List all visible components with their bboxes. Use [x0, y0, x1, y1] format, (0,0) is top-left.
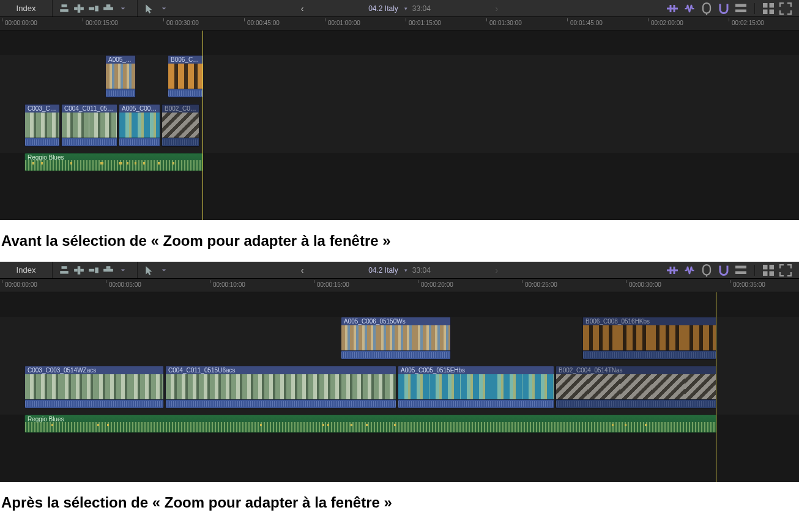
ruler-tick: 00:00:30:00 — [166, 20, 199, 26]
chevron-down-icon[interactable]: ▾ — [404, 6, 407, 12]
clip-label: A005_C005... — [119, 105, 160, 113]
timeline-history-forward-button[interactable]: › — [489, 265, 504, 275]
timeline-after: Index ‹ 04.2 Italy ▾ 33:04 › — [0, 262, 799, 482]
chevron-down-icon[interactable]: ▾ — [404, 267, 407, 273]
ruler-tick: 00:00:45:00 — [247, 20, 280, 26]
clip-waveform — [25, 160, 203, 171]
snapping-icon[interactable] — [716, 3, 731, 14]
chevron-down-icon[interactable] — [158, 265, 169, 276]
index-button[interactable]: Index — [0, 262, 53, 278]
clip-appearance-icon[interactable] — [761, 3, 776, 14]
tracks-area[interactable]: A005_...B006_C0... C003_C00...C004_C011_… — [0, 31, 799, 220]
video-clip[interactable]: C004_C011_0515U6acs — [165, 366, 396, 408]
video-clip[interactable]: C003_C003_0514WZacs — [24, 366, 164, 408]
audio-clip[interactable]: Reggio Blues — [24, 415, 717, 433]
ruler-tick: 00:01:15:00 — [409, 20, 441, 26]
ruler-tick: 00:00:00:00 — [5, 281, 37, 288]
playhead[interactable] — [203, 31, 203, 220]
appearance-tools — [659, 0, 799, 17]
edit-tools-group — [138, 0, 176, 17]
video-clip[interactable]: C003_C00... — [24, 104, 60, 147]
audio-lane: Reggio Blues — [24, 153, 799, 171]
tracks-area[interactable]: A005_C006_05150WsB006_C008_0516HKbs C003… — [0, 292, 799, 482]
fullscreen-icon[interactable] — [778, 265, 793, 276]
svg-rect-0 — [62, 4, 67, 7]
timeline-before: Index ‹ 04.2 Italy ▾ 33:04 › — [0, 0, 799, 220]
audio-skimming-icon[interactable] — [682, 3, 697, 14]
ruler-tick: 00:00:15:00 — [317, 281, 349, 288]
svg-rect-16 — [60, 271, 69, 274]
solo-icon[interactable] — [699, 265, 714, 276]
overwrite-clip-icon[interactable] — [103, 3, 114, 14]
index-button[interactable]: Index — [0, 0, 53, 17]
chevron-down-icon[interactable] — [117, 3, 128, 14]
clip-thumbnails — [62, 113, 117, 138]
timeline-history-back-button[interactable]: ‹ — [295, 265, 310, 275]
clip-waveform — [106, 89, 135, 97]
fullscreen-icon[interactable] — [778, 3, 793, 14]
svg-rect-12 — [770, 3, 775, 8]
video-clip[interactable]: A005_C005... — [119, 104, 160, 147]
svg-rect-15 — [62, 266, 67, 269]
lane-view-icon[interactable] — [734, 3, 748, 14]
clip-waveform — [119, 138, 160, 146]
index-label: Index — [17, 265, 36, 275]
video-clip[interactable]: B002_C004_0514TNas — [556, 366, 717, 408]
timeline-ruler[interactable]: 00:00:00:0000:00:15:0000:00:30:0000:00:4… — [0, 17, 799, 31]
overwrite-clip-icon[interactable] — [103, 265, 114, 276]
clip-waveform — [162, 138, 199, 146]
insert-clip-icon[interactable] — [73, 3, 84, 14]
clip-thumbnails — [583, 325, 716, 350]
clip-label: B002_C004_0514TNas — [556, 366, 716, 374]
separator — [754, 265, 755, 276]
playhead[interactable] — [716, 292, 716, 482]
clip-label: A005_C006_05150Ws — [341, 317, 450, 325]
ruler-tick: 00:01:45:00 — [570, 20, 603, 26]
clip-thumbnails — [119, 113, 160, 138]
lane-view-icon[interactable] — [734, 265, 748, 276]
append-clip-icon[interactable] — [88, 265, 99, 276]
project-name[interactable]: 04.2 Italy — [368, 4, 398, 13]
video-clip[interactable]: B006_C008_0516HKbs — [582, 317, 717, 360]
arrow-tool-icon[interactable] — [144, 265, 155, 276]
clip-waveform — [583, 350, 716, 359]
skimming-icon[interactable] — [665, 265, 680, 276]
svg-rect-7 — [103, 7, 113, 10]
clip-thumbnails — [168, 64, 203, 89]
insert-clip-icon[interactable] — [73, 265, 84, 276]
video-clip[interactable]: A005_... — [105, 55, 136, 98]
svg-rect-18 — [80, 268, 84, 272]
append-clip-icon[interactable] — [88, 3, 99, 14]
chevron-down-icon[interactable] — [117, 265, 128, 276]
video-clip[interactable]: A005_C006_05150Ws — [341, 317, 451, 360]
clip-thumbnails — [106, 64, 135, 89]
clip-waveform — [166, 399, 396, 408]
video-clip[interactable]: B006_C0... — [168, 55, 203, 98]
clip-waveform — [168, 89, 203, 97]
timeline-history-back-button[interactable]: ‹ — [295, 4, 310, 13]
connect-clip-icon[interactable] — [59, 3, 70, 14]
audio-skimming-icon[interactable] — [682, 265, 697, 276]
project-name[interactable]: 04.2 Italy — [368, 266, 398, 275]
timeline-ruler[interactable]: 00:00:00:0000:00:05:0000:00:10:0000:00:1… — [0, 279, 799, 292]
video-clip[interactable]: C004_C011_0515U... — [61, 104, 117, 147]
video-clip[interactable]: A005_C005_0515EHbs — [398, 366, 554, 408]
solo-icon[interactable] — [699, 3, 714, 14]
clip-thumbnails — [398, 374, 554, 399]
clip-thumbnails — [25, 113, 59, 138]
connect-clip-icon[interactable] — [59, 265, 70, 276]
svg-rect-5 — [89, 7, 94, 10]
arrow-tool-icon[interactable] — [144, 3, 155, 14]
audio-clip[interactable]: Reggio Blues — [24, 153, 203, 171]
chevron-down-icon[interactable] — [158, 3, 169, 14]
clip-appearance-icon[interactable] — [761, 265, 776, 276]
snapping-icon[interactable] — [716, 265, 731, 276]
clip-waveform — [62, 138, 117, 146]
clip-label: A005_C005_0515EHbs — [398, 366, 554, 374]
svg-rect-26 — [763, 265, 768, 270]
ruler-tick: 00:02:00:00 — [651, 20, 683, 26]
timeline-history-forward-button[interactable]: › — [489, 4, 504, 13]
video-clip[interactable]: B002_C004... — [162, 104, 199, 147]
project-title-area: ‹ 04.2 Italy ▾ 33:04 › — [295, 0, 504, 17]
skimming-icon[interactable] — [665, 3, 680, 14]
